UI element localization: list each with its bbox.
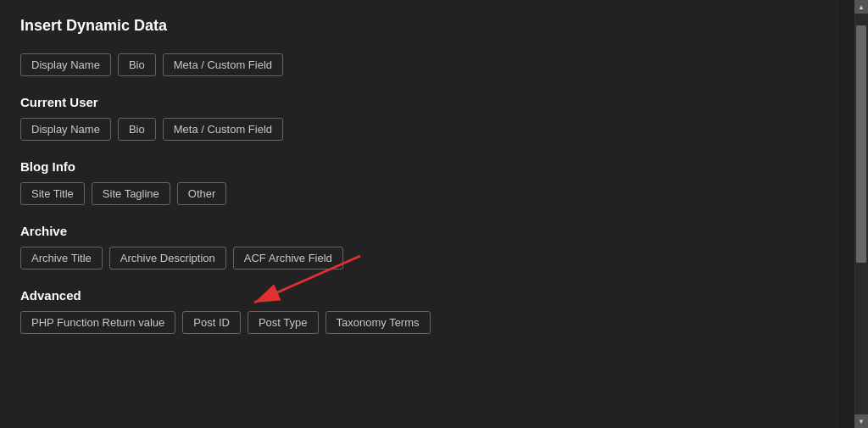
button-php-function[interactable]: PHP Function Return value	[20, 311, 175, 334]
scrollbar-track: ▲ ▼	[854, 0, 868, 428]
section-author: Display Name Bio Meta / Custom Field	[20, 53, 819, 76]
advanced-button-group: PHP Function Return value Post ID Post T…	[20, 311, 819, 334]
button-meta-custom-field-2[interactable]: Meta / Custom Field	[163, 118, 283, 141]
scrollbar-arrow-up[interactable]: ▲	[854, 0, 868, 14]
section-blog-info: Blog Info Site Title Site Tagline Other	[20, 159, 819, 205]
button-meta-custom-field[interactable]: Meta / Custom Field	[163, 53, 283, 76]
button-post-type[interactable]: Post Type	[248, 311, 319, 334]
button-site-title[interactable]: Site Title	[20, 182, 85, 205]
section-advanced: Advanced PHP Function Return value Post …	[20, 288, 819, 334]
blog-info-button-group: Site Title Site Tagline Other	[20, 182, 819, 205]
button-bio[interactable]: Bio	[118, 53, 156, 76]
button-archive-description[interactable]: Archive Description	[109, 247, 226, 270]
button-display-name-2[interactable]: Display Name	[20, 118, 111, 141]
button-post-id[interactable]: Post ID	[182, 311, 241, 334]
button-taxonomy-terms[interactable]: Taxonomy Terms	[326, 311, 431, 334]
button-bio-2[interactable]: Bio	[118, 118, 156, 141]
button-site-tagline[interactable]: Site Tagline	[92, 182, 170, 205]
section-label-advanced: Advanced	[20, 288, 819, 303]
scrollbar-thumb[interactable]	[856, 25, 866, 263]
section-label-archive: Archive	[20, 224, 819, 238]
button-other[interactable]: Other	[177, 182, 227, 205]
section-archive: Archive Archive Title Archive Descriptio…	[20, 224, 819, 270]
section-current-user: Current User Display Name Bio Meta / Cus…	[20, 95, 819, 141]
current-user-button-group: Display Name Bio Meta / Custom Field	[20, 118, 819, 141]
button-display-name[interactable]: Display Name	[20, 53, 111, 76]
scrollbar-arrow-down[interactable]: ▼	[854, 414, 868, 428]
main-panel: Insert Dynamic Data Display Name Bio Met…	[0, 0, 839, 428]
button-archive-title[interactable]: Archive Title	[20, 247, 103, 270]
page-title: Insert Dynamic Data	[20, 17, 819, 35]
section-label-current-user: Current User	[20, 95, 819, 109]
archive-button-group: Archive Title Archive Description ACF Ar…	[20, 247, 819, 270]
author-button-group: Display Name Bio Meta / Custom Field	[20, 53, 819, 76]
section-label-blog-info: Blog Info	[20, 159, 819, 174]
button-acf-archive-field[interactable]: ACF Archive Field	[233, 247, 343, 270]
